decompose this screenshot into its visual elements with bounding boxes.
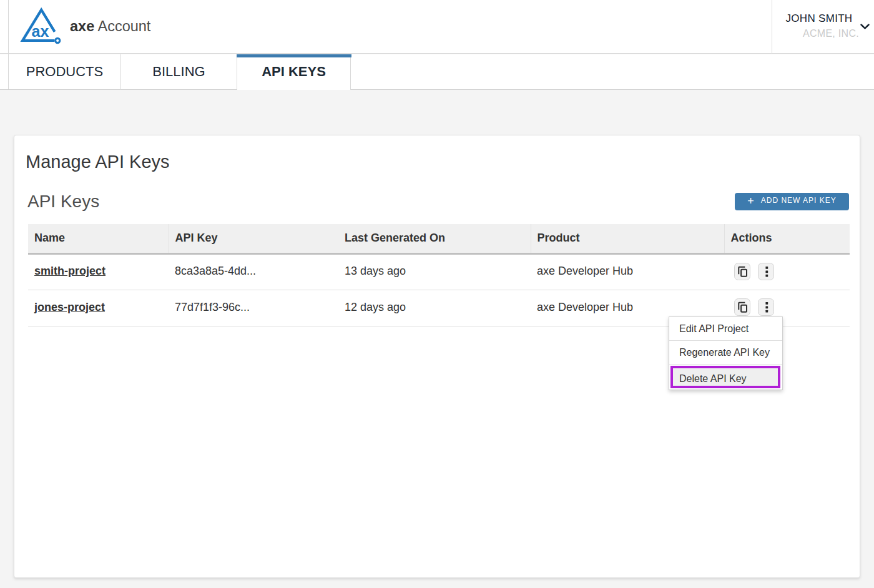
svg-text:ax: ax (32, 22, 49, 40)
